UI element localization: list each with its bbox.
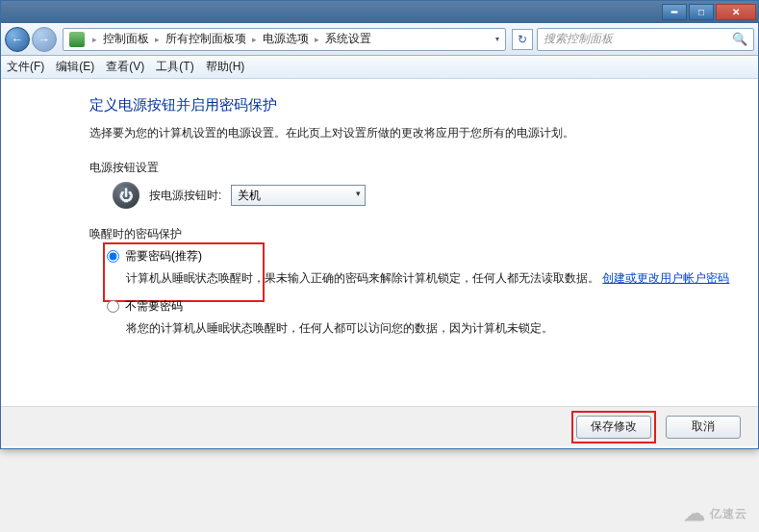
option1-body: 计算机从睡眠状态唤醒时，果未输入正确的密码来解除计算机锁定，任何人都无法读取数据…: [126, 268, 731, 288]
title-text: [3, 1, 660, 23]
option1-label: 需要密码(推荐): [125, 248, 202, 265]
watermark: ☁ 亿速云: [684, 501, 747, 526]
forward-button[interactable]: →: [32, 27, 57, 52]
menu-view[interactable]: 查看(V): [106, 59, 144, 75]
menu-tools[interactable]: 工具(T): [156, 59, 193, 75]
power-action-select[interactable]: 关机: [231, 185, 366, 206]
breadcrumb-seg1[interactable]: 控制面板: [101, 29, 151, 49]
radio-require-password[interactable]: [107, 250, 119, 263]
cloud-icon: ☁: [684, 501, 706, 526]
refresh-icon: ↻: [518, 33, 527, 46]
chevron-right-icon: ▸: [155, 35, 160, 44]
titlebar: ━ □ ✕: [1, 1, 758, 23]
chevron-right-icon: ▸: [252, 35, 257, 44]
power-action-label: 按电源按钮时:: [149, 188, 221, 204]
minimize-button[interactable]: ━: [662, 4, 687, 20]
menu-edit[interactable]: 编辑(E): [56, 59, 94, 75]
page-description: 选择要为您的计算机设置的电源设置。在此页上对设置所做的更改将应用于您所有的电源计…: [89, 124, 731, 142]
power-section-label: 电源按钮设置: [89, 160, 731, 176]
navigation-bar: ← → ▸ 控制面板 ▸ 所有控制面板项 ▸ 电源选项 ▸ 系统设置 ▾ ↻ 搜…: [1, 23, 758, 56]
search-input[interactable]: 搜索控制面板 🔍: [537, 28, 754, 51]
option-no-password: 不需要密码 将您的计算机从睡眠状态唤醒时，任何人都可以访问您的数据，因为计算机未…: [107, 298, 731, 338]
search-placeholder: 搜索控制面板: [544, 31, 613, 47]
watermark-text: 亿速云: [710, 506, 747, 522]
refresh-button[interactable]: ↻: [512, 29, 533, 50]
menu-help[interactable]: 帮助(H): [206, 59, 245, 75]
chevron-down-icon[interactable]: ▾: [492, 35, 503, 43]
location-bar[interactable]: ▸ 控制面板 ▸ 所有控制面板项 ▸ 电源选项 ▸ 系统设置 ▾: [63, 28, 506, 51]
radio-no-password[interactable]: [107, 300, 119, 313]
wake-section-label: 唤醒时的密码保护: [89, 226, 731, 242]
option2-label: 不需要密码: [125, 298, 183, 315]
close-button[interactable]: ✕: [716, 4, 756, 20]
window-frame: ━ □ ✕ ← → ▸ 控制面板 ▸ 所有控制面板项 ▸ 电源选项 ▸ 系统设置…: [0, 0, 759, 449]
menu-bar: 文件(F) 编辑(E) 查看(V) 工具(T) 帮助(H): [1, 56, 758, 79]
highlight-box-save: 保存修改: [571, 411, 656, 443]
chevron-right-icon: ▸: [315, 35, 319, 44]
arrow-right-icon: →: [38, 33, 50, 46]
power-button-row: ⏻ 按电源按钮时: 关机: [113, 182, 731, 209]
power-action-value: 关机: [238, 188, 261, 204]
arrow-left-icon: ←: [12, 33, 23, 46]
create-password-link[interactable]: 创建或更改用户帐户密码: [602, 271, 729, 285]
option2-body: 将您的计算机从睡眠状态唤醒时，任何人都可以访问您的数据，因为计算机未锁定。: [126, 318, 731, 338]
save-button[interactable]: 保存修改: [576, 416, 651, 439]
power-icon: ⏻: [113, 182, 139, 209]
maximize-button[interactable]: □: [689, 4, 714, 20]
breadcrumb-seg3[interactable]: 电源选项: [261, 29, 311, 49]
back-button[interactable]: ←: [5, 27, 30, 52]
button-bar: 保存修改 取消: [1, 406, 758, 446]
control-panel-icon: [69, 32, 85, 47]
content-area: 定义电源按钮并启用密码保护 选择要为您的计算机设置的电源设置。在此页上对设置所做…: [1, 79, 758, 406]
option-require-password: 需要密码(推荐) 计算机从睡眠状态唤醒时，果未输入正确的密码来解除计算机锁定，任…: [107, 248, 731, 288]
menu-file[interactable]: 文件(F): [7, 59, 44, 75]
chevron-right-icon: ▸: [92, 35, 97, 44]
cancel-button[interactable]: 取消: [666, 416, 741, 439]
search-icon: 🔍: [732, 32, 747, 46]
page-title: 定义电源按钮并启用密码保护: [89, 96, 731, 114]
breadcrumb-seg2[interactable]: 所有控制面板项: [164, 29, 248, 49]
breadcrumb-seg4[interactable]: 系统设置: [323, 29, 373, 49]
